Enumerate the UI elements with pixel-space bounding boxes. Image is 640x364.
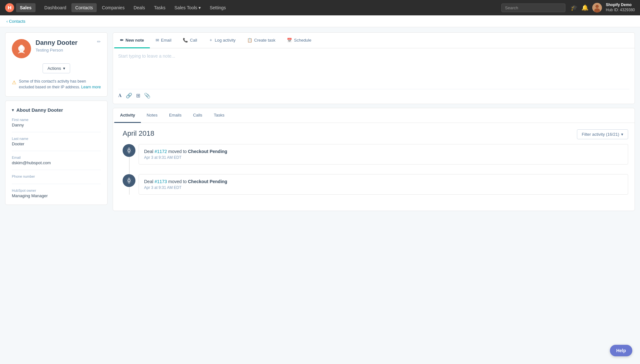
right-panel: ✏ New note ✉ Email 📞 Call ＋ Log activity… (113, 32, 635, 359)
actions-chevron-icon: ▾ (63, 66, 65, 71)
warning-icon: ⚠ (12, 79, 16, 86)
learn-icon[interactable]: 🎓 (571, 4, 578, 11)
nav-dashboard[interactable]: Dashboard (41, 3, 70, 12)
search-input[interactable] (501, 4, 565, 12)
field-email: Email dskim@hubspot.com (12, 156, 101, 170)
field-last-name: Last name Dooter (12, 137, 101, 151)
field-first-name: First name Danny (12, 118, 101, 132)
contact-info: Danny Dooter Testing Person (36, 39, 93, 53)
timeline: Deal #1172 moved to Checkout Pending Apr… (123, 144, 628, 195)
activity-section: Activity Notes Emails Calls Tasks Filter… (113, 108, 635, 211)
schedule-icon: 📅 (287, 38, 292, 43)
nav-companies[interactable]: Companies (98, 3, 128, 12)
help-button[interactable]: Help (610, 345, 632, 356)
edit-icon[interactable]: ✏ (97, 39, 101, 44)
about-header: ▾ About Danny Dooter (12, 107, 101, 113)
notifications-icon[interactable]: 🔔 (581, 4, 588, 11)
tab-new-note[interactable]: ✏ New note (114, 33, 150, 48)
link-icon[interactable]: 🔗 (126, 93, 132, 99)
deal-icon-2 (123, 174, 135, 187)
about-section: ▾ About Danny Dooter First name Danny La… (5, 101, 108, 205)
activity-tabs-header: Activity Notes Emails Calls Tasks (113, 108, 635, 123)
activity-content: Filter activity (16/21) ▾ April 2018 (113, 123, 635, 211)
activity-tab-calls[interactable]: Calls (187, 108, 208, 123)
timeline-time-1: Apr 3 at 9:31 AM EDT (144, 155, 623, 160)
call-icon: 📞 (183, 38, 188, 43)
email-icon: ✉ (156, 38, 159, 43)
account-info[interactable]: Shopify Demo Hub ID: 4329380 (606, 3, 635, 12)
actions-button[interactable]: Actions ▾ (43, 63, 70, 73)
log-activity-icon: ＋ (209, 37, 213, 43)
brand-logo[interactable]: Sales (5, 3, 36, 12)
nav-contacts[interactable]: Contacts (71, 3, 97, 12)
timeline-card-2: Deal #1173 moved to Checkout Pending Apr… (139, 174, 628, 195)
tab-email[interactable]: ✉ Email (150, 33, 177, 48)
warning-box: ⚠ Some of this contact's activity has be… (12, 78, 101, 90)
nav-settings[interactable]: Settings (206, 3, 230, 12)
activity-tab-tasks[interactable]: Tasks (208, 108, 230, 123)
breadcrumb: Contacts (0, 15, 640, 27)
tab-schedule[interactable]: 📅 Schedule (281, 33, 317, 48)
nav-icon-group: 🎓 🔔 Shopify Demo Hub ID: 4329380 (571, 3, 635, 12)
top-navigation: Sales Dashboard Contacts Companies Deals… (0, 0, 640, 15)
activity-tab-notes[interactable]: Notes (141, 108, 163, 123)
deal-link-1[interactable]: #1172 (155, 149, 167, 154)
avatar[interactable] (592, 3, 602, 12)
note-editor: 𝐀 🔗 ⊞ 📎 (113, 48, 635, 104)
new-note-icon: ✏ (120, 38, 124, 43)
activity-tab-activity[interactable]: Activity (114, 108, 141, 123)
timeline-item-2: Deal #1173 moved to Checkout Pending Apr… (139, 174, 628, 195)
filter-activity-button[interactable]: Filter activity (16/21) ▾ (577, 129, 628, 139)
learn-more-link[interactable]: Learn more (81, 85, 101, 89)
activity-tab-emails[interactable]: Emails (163, 108, 187, 123)
main-layout: Danny Dooter Testing Person ✏ Actions ▾ … (0, 27, 640, 364)
timeline-time-2: Apr 3 at 9:31 AM EDT (144, 185, 623, 190)
nav-deals[interactable]: Deals (130, 3, 149, 12)
timeline-item: Deal #1172 moved to Checkout Pending Apr… (139, 144, 628, 165)
field-owner: HubSpot owner Managing Manager (12, 189, 101, 198)
deal-link-2[interactable]: #1173 (155, 179, 167, 184)
about-title: About Danny Dooter (16, 107, 63, 113)
nav-tasks[interactable]: Tasks (150, 3, 169, 12)
nav-sales[interactable]: Sales (16, 3, 36, 12)
tab-log-activity[interactable]: ＋ Log activity (203, 33, 241, 48)
contact-avatar (12, 39, 31, 58)
font-icon[interactable]: 𝐀 (118, 93, 122, 99)
actions-label: Actions (47, 66, 61, 71)
deal-icon-1 (123, 144, 135, 157)
contact-header: Danny Dooter Testing Person ✏ (12, 39, 101, 58)
action-tabs-header: ✏ New note ✉ Email 📞 Call ＋ Log activity… (113, 33, 635, 48)
svg-point-4 (20, 46, 23, 49)
activity-month: April 2018 (123, 129, 628, 138)
nav-sales-tools[interactable]: Sales Tools ▾ (171, 3, 205, 12)
note-toolbar: 𝐀 🔗 ⊞ 📎 (118, 89, 629, 99)
contact-title: Testing Person (36, 48, 93, 53)
table-icon[interactable]: ⊞ (136, 93, 140, 99)
about-chevron-icon[interactable]: ▾ (12, 108, 14, 112)
attachment-icon[interactable]: 📎 (144, 93, 150, 99)
field-phone: Phone number (12, 174, 101, 184)
action-tabs-panel: ✏ New note ✉ Email 📞 Call ＋ Log activity… (113, 32, 635, 104)
breadcrumb-link[interactable]: Contacts (6, 19, 25, 24)
svg-point-2 (595, 5, 599, 8)
timeline-text-1: Deal #1172 moved to Checkout Pending (144, 149, 623, 154)
timeline-card-1: Deal #1172 moved to Checkout Pending Apr… (139, 144, 628, 165)
note-textarea[interactable] (118, 53, 629, 85)
left-panel: Danny Dooter Testing Person ✏ Actions ▾ … (5, 32, 108, 359)
timeline-text-2: Deal #1173 moved to Checkout Pending (144, 179, 623, 184)
contact-card: Danny Dooter Testing Person ✏ Actions ▾ … (5, 32, 108, 97)
filter-chevron-icon: ▾ (621, 132, 623, 137)
create-task-icon: 📋 (247, 38, 252, 43)
contact-name: Danny Dooter (36, 39, 93, 46)
tab-call[interactable]: 📞 Call (177, 33, 203, 48)
tab-create-task[interactable]: 📋 Create task (241, 33, 281, 48)
warning-text: Some of this contact's activity has been… (19, 78, 101, 90)
